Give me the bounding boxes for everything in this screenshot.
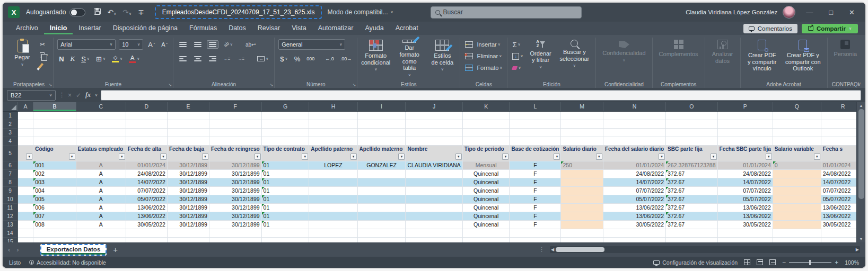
filter-button[interactable]: ▾ <box>160 153 166 160</box>
grid-cell[interactable] <box>561 137 603 145</box>
grid-cell[interactable]: 01 <box>261 220 309 229</box>
dialog-launcher-icon[interactable]: ↘ <box>270 83 274 87</box>
grid-cell[interactable] <box>126 128 167 137</box>
compatibility-mode-label[interactable]: Modo de compatibil...∨ <box>327 8 393 16</box>
grid-cell[interactable] <box>167 111 209 120</box>
grid-cell[interactable] <box>510 120 561 128</box>
grid-cell[interactable] <box>17 195 33 203</box>
grid-cell[interactable] <box>666 137 718 145</box>
column-header-O[interactable]: O <box>666 102 718 111</box>
column-header-F[interactable]: F <box>209 102 261 111</box>
grid-cell[interactable]: 003 <box>33 178 76 186</box>
grid-cell[interactable] <box>209 137 261 145</box>
filter-button[interactable]: ▾ <box>814 153 820 160</box>
grid-cell[interactable] <box>717 111 773 120</box>
create-pdf-outlook-button[interactable]: Crear PDF y compartir con Outlook <box>783 38 823 79</box>
menu-tab-acrobat[interactable]: Acrobat <box>390 23 424 34</box>
grid-cell[interactable] <box>33 237 76 242</box>
menu-tab-disposici-n-de-p-gina[interactable]: Disposición de página <box>107 23 183 34</box>
grid-cell[interactable] <box>126 111 167 120</box>
grid-cell[interactable]: 30/05/2022 <box>717 220 773 229</box>
grid-cell[interactable] <box>309 212 357 220</box>
grid-cell[interactable] <box>666 229 718 237</box>
grid-cell[interactable]: F <box>510 195 561 203</box>
grid-cell[interactable]: 004 <box>33 186 76 195</box>
grid-cell[interactable] <box>33 111 76 120</box>
filter-button[interactable]: ▾ <box>766 153 772 160</box>
grid-cell[interactable] <box>561 229 603 237</box>
grid-cell[interactable]: 008 <box>33 220 76 229</box>
filter-button[interactable]: ▾ <box>119 153 125 160</box>
grid-cell[interactable]: 14/07/2022 <box>717 178 773 186</box>
grid-cell[interactable] <box>561 212 603 220</box>
grid-cell[interactable]: Quincenal <box>462 186 510 195</box>
grid-cell[interactable]: 01 <box>261 169 309 178</box>
grid-cell[interactable]: 30/12/1899 <box>209 203 261 212</box>
row-header-12[interactable]: 12 <box>3 212 17 220</box>
grid-cell[interactable] <box>357 120 406 128</box>
grid-cell[interactable]: Quincenal <box>462 195 510 203</box>
grid-cell[interactable]: 30/12/1899 <box>167 195 209 203</box>
grid-cell[interactable] <box>717 229 773 237</box>
filter-button[interactable]: ▾ <box>659 153 665 160</box>
grid-cell[interactable] <box>773 229 821 237</box>
column-header-C[interactable]: C <box>76 102 126 111</box>
grid-cell[interactable] <box>17 169 33 178</box>
grid-cell[interactable]: 05/07/2022 <box>603 195 665 203</box>
grid-cell[interactable] <box>406 186 462 195</box>
filter-button[interactable]: ▾ <box>455 153 462 160</box>
column-header-J[interactable]: J <box>406 102 462 111</box>
scrollbar-resize-handle[interactable]: ⋮ <box>539 246 545 253</box>
orientation-button[interactable]: ab∨ <box>222 40 235 49</box>
grid-cell[interactable]: 24/08/2022 <box>717 169 773 178</box>
grid-cell[interactable] <box>357 212 406 220</box>
personia-button[interactable]: Personia <box>831 38 860 79</box>
redo-button[interactable]: ↷∨ <box>119 7 135 17</box>
font-color-button[interactable]: A∨ <box>127 55 141 63</box>
dialog-launcher-icon[interactable]: ↘ <box>353 83 356 87</box>
column-header-M[interactable]: M <box>561 102 603 111</box>
zoom-out-button[interactable]: − <box>782 259 786 266</box>
grid-cell[interactable] <box>406 111 462 120</box>
paste-button[interactable]: Pegar ∨ <box>8 38 36 79</box>
grid-cell[interactable] <box>561 237 603 242</box>
grid-cell[interactable] <box>209 237 261 242</box>
insert-function-button[interactable]: fx <box>85 91 91 99</box>
analyze-data-button[interactable]: Analizar datos <box>709 38 737 79</box>
percent-format-button[interactable]: % <box>293 55 302 63</box>
grid-cell[interactable] <box>357 237 406 242</box>
header-cell[interactable]: Fecha de baja▾ <box>167 145 209 161</box>
grid-cell[interactable] <box>717 120 773 128</box>
grid-cell[interactable]: 01/01/2024 <box>717 161 773 169</box>
grid-cell[interactable] <box>76 229 126 237</box>
grid-cell[interactable]: A <box>76 161 126 169</box>
grid-cell[interactable]: 007 <box>33 212 76 220</box>
grid-cell[interactable]: 372.67 <box>666 186 718 195</box>
grid-cell[interactable] <box>406 203 462 212</box>
column-header-K[interactable]: K <box>462 102 510 111</box>
grid-cell[interactable] <box>717 128 773 137</box>
cut-button[interactable]: ✂ <box>39 40 49 49</box>
next-sheet-arrow[interactable]: › <box>16 246 19 254</box>
grid-cell[interactable] <box>167 229 209 237</box>
grid-cell[interactable] <box>773 212 821 220</box>
menu-tab-datos[interactable]: Datos <box>223 23 252 34</box>
grid-cell[interactable] <box>561 195 603 203</box>
column-header-Q[interactable]: Q <box>773 102 821 111</box>
row-header-11[interactable]: 11 <box>3 203 17 212</box>
grid-cell[interactable] <box>76 111 126 120</box>
filter-button[interactable]: ▾ <box>350 153 357 160</box>
grid-cell[interactable] <box>773 186 821 195</box>
grid-cell[interactable]: 002 <box>33 169 76 178</box>
font-size-select[interactable]: 10∨ <box>119 39 143 50</box>
undo-button[interactable]: ↶∨ <box>104 7 119 17</box>
grid-cell[interactable]: 07/07/2022 <box>126 186 167 195</box>
grid-cell[interactable] <box>357 137 406 145</box>
grid-cell[interactable] <box>357 195 406 203</box>
zoom-level[interactable]: 100% <box>845 259 859 266</box>
grid-cell[interactable]: 30/05/2022 <box>603 220 665 229</box>
grid-cell[interactable] <box>309 128 357 137</box>
comma-format-button[interactable]: 000 <box>305 56 316 61</box>
grid-cell[interactable]: 30/12/1899 <box>209 220 261 229</box>
filter-button[interactable]: ▾ <box>202 153 208 160</box>
